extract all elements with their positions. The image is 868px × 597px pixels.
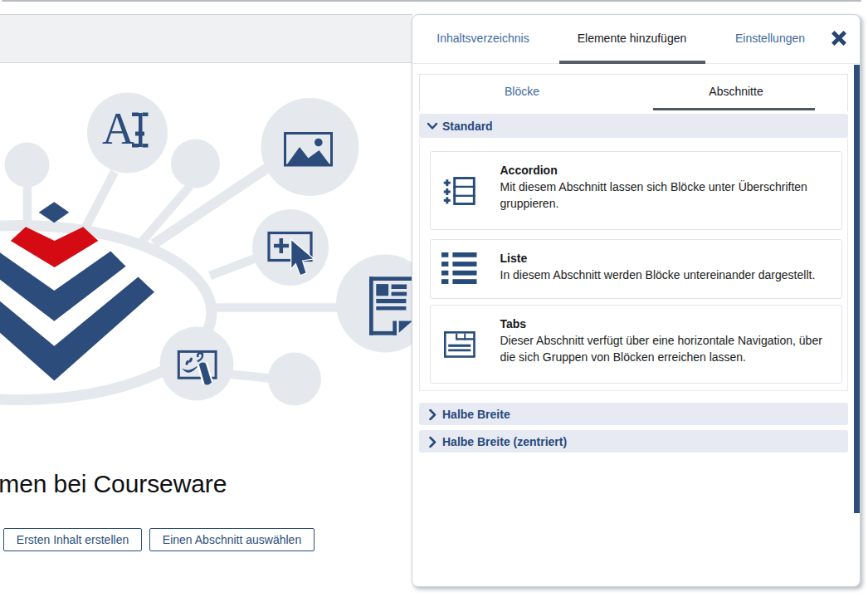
svg-text:A: A: [102, 104, 134, 154]
